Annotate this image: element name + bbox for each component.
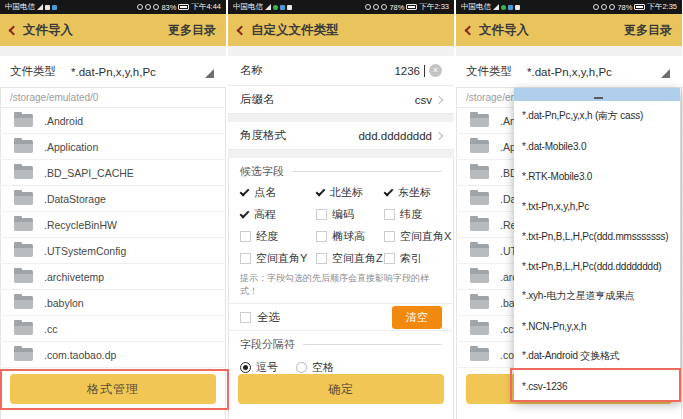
name-input[interactable]: 1236	[394, 65, 420, 77]
field-checkbox[interactable]: 高程	[240, 207, 316, 222]
folder-name: .cc	[500, 323, 513, 335]
back-button[interactable]: 文件导入	[10, 22, 73, 39]
dropdown-item[interactable]: *.NCN-Pn,y,x,h	[514, 311, 680, 341]
back-chevron-icon	[9, 25, 19, 35]
carrier-label: 中国电信	[461, 2, 491, 12]
field-checkbox[interactable]: 编码	[316, 207, 384, 222]
back-button[interactable]: 自定义文件类型	[238, 22, 339, 39]
folder-name: .RecycleBinHW	[44, 219, 117, 231]
back-button[interactable]: 文件导入	[466, 22, 529, 39]
annotation-red-box	[0, 369, 229, 410]
dropdown-selected-item-partial[interactable]	[514, 88, 680, 101]
signal-icon	[265, 4, 271, 10]
folder-icon	[470, 192, 489, 205]
radio-label: 逗号	[256, 360, 278, 375]
checkbox-box-icon	[240, 312, 251, 323]
field-checkbox[interactable]: 椭球高	[316, 229, 384, 244]
field-checkbox[interactable]: 空间直角X	[384, 229, 451, 244]
field-checkbox[interactable]: 空间直角Y	[240, 251, 316, 266]
folder-row[interactable]: .BD_SAPI_CACHE	[0, 160, 226, 186]
field-checkbox[interactable]: 经度	[240, 229, 316, 244]
field-checkbox[interactable]: 点名	[240, 185, 316, 200]
field-checkbox[interactable]: 索引	[384, 251, 451, 266]
checkbox-label: 经度	[256, 229, 278, 244]
battery-icon	[178, 4, 189, 10]
suffix-field-row[interactable]: 后缀名 csv	[228, 86, 454, 114]
screen-file-import-right: 中国电信 78% 下午2:35 文件导入 更多目录	[456, 0, 682, 419]
select-all-checkbox[interactable]: 全选	[240, 310, 280, 325]
more-directories-button[interactable]: 更多目录	[624, 22, 672, 39]
folder-row[interactable]: .com.taobao.dp	[0, 342, 226, 368]
nav-title: 文件导入	[479, 22, 529, 39]
candidate-fields-section: 候选字段 点名 北坐标 东坐标	[228, 158, 454, 269]
dropdown-triangle-icon	[205, 69, 214, 78]
dropdown-item[interactable]: *.txt-Pn,B,L,H,Pc(ddd.dddddddd)	[514, 251, 680, 281]
checkbox-box-icon	[384, 209, 395, 220]
folder-row[interactable]: .archivetemp	[0, 264, 226, 290]
folder-icon	[470, 218, 489, 231]
recorder-icon	[273, 5, 278, 10]
file-type-selector[interactable]: 文件类型 *.dat-Pn,x,y,h,Pc	[456, 56, 682, 88]
angle-format-value: ddd.dddddddd	[358, 130, 432, 142]
folder-icon	[14, 192, 33, 205]
divider	[292, 171, 442, 172]
screen-custom-file-type: 中国电信 78% 下午2:33 自定义文件类型 名称	[228, 0, 454, 419]
confirm-button[interactable]: 确定	[238, 374, 444, 404]
dropdown-item[interactable]: *.RTK-Mobile3.0	[514, 161, 680, 191]
clear-fields-button[interactable]: 清空	[392, 306, 442, 329]
dropdown-item[interactable]: *.txt-Pn,B,L,H,Pc(ddd.mmsssssss)	[514, 221, 680, 251]
checkbox-grid: 点名 北坐标 东坐标 高程	[240, 180, 442, 269]
nav-bar: 文件导入 更多目录	[456, 14, 682, 46]
eye-comfort-icon	[593, 4, 599, 10]
dropdown-item[interactable]: *.xyh-电力之星道亨成果点	[514, 281, 680, 311]
battery-icon	[634, 4, 645, 10]
clock-time: 下午4:44	[191, 2, 221, 12]
checkbox-label: 点名	[254, 185, 276, 200]
triptych-screenshots: 中国电信 83% 下午4:44 文件导入 更多目录 文件类型	[0, 0, 683, 419]
checkbox-box-icon	[384, 253, 395, 264]
folder-row[interactable]: .DataStorage	[0, 186, 226, 212]
folder-icon	[470, 114, 489, 127]
folder-icon	[14, 218, 33, 231]
section-gap	[456, 46, 682, 56]
file-type-label: 文件类型	[466, 64, 512, 79]
field-checkbox[interactable]: 空间直角Z	[316, 251, 384, 266]
angle-format-row[interactable]: 角度格式 ddd.dddddddd	[228, 122, 454, 150]
folder-icon	[14, 114, 33, 127]
dropdown-item-list: *.dat-Pn,Pc,y,x,h (南方 cass)*.dat-Mobile3…	[514, 101, 680, 401]
dropdown-item[interactable]: *.dat-Mobile3.0	[514, 131, 680, 161]
folder-icon	[470, 270, 489, 283]
field-checkbox[interactable]: 纬度	[384, 207, 451, 222]
nav-bar: 文件导入 更多目录	[0, 14, 226, 46]
radio-label: 空格	[312, 360, 334, 375]
separator-radio[interactable]: 逗号	[240, 360, 278, 375]
folder-row[interactable]: .Android	[0, 108, 226, 134]
more-directories-button[interactable]: 更多目录	[168, 22, 216, 39]
app-notification-icon	[280, 5, 285, 10]
app-notification-icon	[508, 5, 513, 10]
folder-row[interactable]: .Application	[0, 134, 226, 160]
current-path: /storage/emulated/0	[0, 88, 226, 108]
folder-row[interactable]: .UTSystemConfig	[0, 238, 226, 264]
section-gap	[228, 150, 454, 158]
dropdown-item[interactable]: *.dat-Pn,Pc,y,x,h (南方 cass)	[514, 101, 680, 131]
dropdown-item[interactable]: *.txt-Pn,x,y,h,Pc	[514, 191, 680, 221]
folder-row[interactable]: .babylon	[0, 290, 226, 316]
file-type-selector[interactable]: 文件类型 *.dat-Pn,x,y,h,Pc	[0, 56, 226, 88]
folder-row[interactable]: .RecycleBinHW	[0, 212, 226, 238]
clear-text-icon[interactable]	[429, 64, 442, 77]
chevron-right-icon	[435, 95, 443, 103]
field-checkbox[interactable]: 北坐标	[316, 185, 384, 200]
dropdown-item[interactable]: *.dat-Android 交换格式	[514, 341, 680, 371]
folder-name: .archivetemp	[44, 271, 104, 283]
mute-icon	[609, 4, 615, 10]
sim-icon	[45, 5, 50, 10]
folder-row[interactable]: .cc	[0, 316, 226, 342]
folder-icon	[14, 166, 33, 179]
back-chevron-icon	[465, 25, 475, 35]
field-checkbox[interactable]: 东坐标	[384, 185, 451, 200]
checkbox-label: 椭球高	[332, 229, 365, 244]
checkbox-label: 高程	[254, 207, 276, 222]
separator-radio[interactable]: 空格	[296, 360, 334, 375]
folder-icon	[14, 322, 33, 335]
